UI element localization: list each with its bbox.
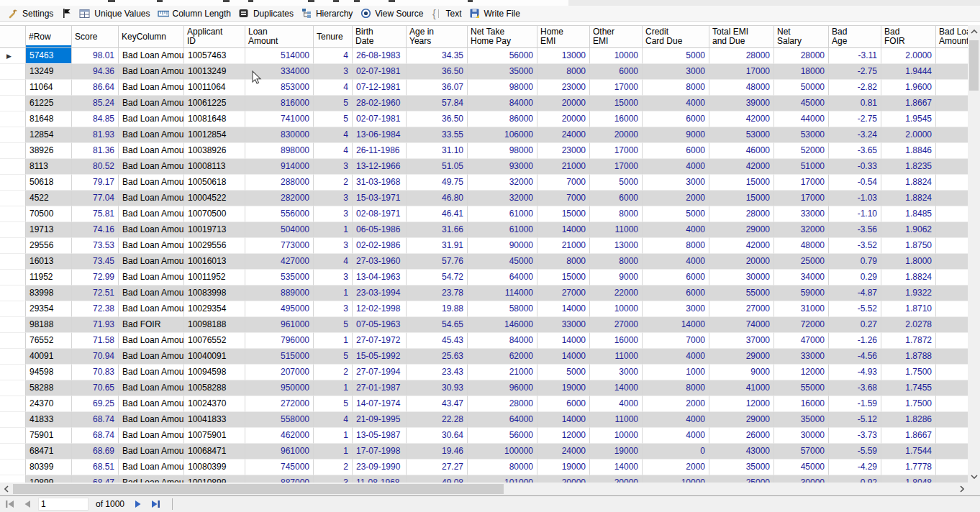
table-cell[interactable]: 745000	[245, 460, 314, 475]
table-cell[interactable]: 1.8824	[881, 270, 936, 285]
table-cell[interactable]	[936, 238, 968, 254]
table-cell[interactable]: 23-03-1994	[353, 285, 407, 301]
table-cell[interactable]: 11952	[26, 270, 72, 285]
table-cell[interactable]: 12000	[709, 396, 774, 412]
table-cell[interactable]: 86000	[468, 111, 537, 127]
table-cell[interactable]: 6000	[643, 285, 709, 301]
table-cell[interactable]	[936, 285, 968, 301]
table-cell[interactable]: 20000	[537, 111, 590, 127]
table-cell[interactable]: 61225	[26, 96, 72, 111]
table-cell[interactable]	[936, 396, 968, 412]
table-cell[interactable]	[936, 349, 968, 365]
table-cell[interactable]: 13000	[590, 238, 643, 254]
table-cell[interactable]: 43000	[709, 444, 774, 460]
table-cell[interactable]: 98000	[468, 143, 537, 159]
table-cell[interactable]: 41833	[26, 412, 72, 428]
table-cell[interactable]: 45.43	[407, 333, 468, 349]
table-cell[interactable]: 79.17	[72, 175, 119, 191]
scroll-down-icon[interactable]	[968, 470, 980, 483]
table-cell[interactable]: 19000	[537, 460, 590, 475]
table-cell[interactable]: 33000	[537, 317, 590, 333]
table-cell[interactable]: 1.9322	[881, 285, 936, 301]
table-cell[interactable]: 15000	[537, 270, 590, 285]
page-number-input[interactable]	[38, 498, 89, 511]
table-cell[interactable]: -0.92	[829, 475, 881, 483]
table-cell[interactable]	[936, 444, 968, 460]
table-cell[interactable]: 27-07-1972	[353, 333, 407, 349]
table-cell[interactable]: 29354	[26, 301, 72, 317]
table-cell[interactable]: 64000	[468, 270, 537, 285]
table-cell[interactable]: 11000	[590, 412, 643, 428]
table-cell[interactable]: 5	[314, 96, 353, 111]
table-cell[interactable]	[936, 301, 968, 317]
row-selector[interactable]	[0, 396, 26, 412]
table-cell[interactable]: 29000	[709, 222, 774, 238]
table-cell[interactable]: 27000	[590, 317, 643, 333]
row-selector[interactable]	[0, 143, 26, 159]
table-cell[interactable]: 10011064	[184, 80, 245, 96]
table-cell[interactable]: 28000	[468, 396, 537, 412]
table-cell[interactable]: 06-05-1986	[353, 222, 407, 238]
table-cell[interactable]: 2.0000	[881, 127, 936, 143]
table-cell[interactable]	[936, 80, 968, 96]
table-cell[interactable]: 56000	[468, 428, 537, 444]
table-cell[interactable]: 84000	[468, 333, 537, 349]
table-cell[interactable]	[936, 143, 968, 159]
row-selector[interactable]	[0, 175, 26, 191]
table-cell[interactable]: 1.9600	[881, 80, 936, 96]
table-cell[interactable]: 10057463	[184, 48, 245, 64]
table-cell[interactable]: 24370	[26, 396, 72, 412]
column-header-bad-age[interactable]: Bad Age	[829, 26, 881, 48]
row-selector[interactable]	[0, 238, 26, 254]
table-cell[interactable]: 20000	[537, 96, 590, 111]
table-cell[interactable]: 14000	[537, 222, 590, 238]
table-cell[interactable]: 47000	[774, 333, 829, 349]
table-cell[interactable]: 1.7778	[881, 460, 936, 475]
table-cell[interactable]: 38926	[26, 143, 72, 159]
table-cell[interactable]: 70.65	[72, 380, 119, 396]
table-cell[interactable]: 81.36	[72, 143, 119, 159]
table-cell[interactable]: 5000	[643, 48, 709, 64]
table-cell[interactable]: 19713	[26, 222, 72, 238]
table-cell[interactable]: 26-11-1986	[353, 143, 407, 159]
table-cell[interactable]: 27.27	[407, 460, 468, 475]
table-cell[interactable]: 29000	[709, 349, 774, 365]
table-cell[interactable]: 30.64	[407, 428, 468, 444]
horizontal-scrollbar[interactable]	[0, 483, 968, 495]
table-cell[interactable]: 83998	[26, 285, 72, 301]
table-cell[interactable]: 23.78	[407, 285, 468, 301]
table-cell[interactable]: 1.8824	[881, 191, 936, 206]
table-cell[interactable]: 3000	[643, 301, 709, 317]
table-cell[interactable]: 14-07-1974	[353, 396, 407, 412]
row-selector[interactable]	[0, 254, 26, 270]
table-cell[interactable]: Bad Loan Amount	[119, 349, 184, 365]
table-cell[interactable]: 02-02-1986	[353, 238, 407, 254]
table-cell[interactable]: 10000	[643, 475, 709, 483]
table-cell[interactable]: 49.08	[407, 475, 468, 483]
table-cell[interactable]: 5	[314, 111, 353, 127]
table-cell[interactable]: 773000	[245, 238, 314, 254]
table-cell[interactable]: 887000	[245, 475, 314, 483]
table-cell[interactable]: 4000	[643, 222, 709, 238]
table-cell[interactable]: 19.46	[407, 444, 468, 460]
table-cell[interactable]: 8113	[26, 159, 72, 175]
row-selector-header[interactable]	[0, 26, 26, 48]
table-cell[interactable]: 27000	[709, 301, 774, 317]
table-cell[interactable]: 17000	[774, 191, 829, 206]
table-cell[interactable]: 3	[314, 64, 353, 80]
table-cell[interactable]: 53000	[774, 127, 829, 143]
table-cell[interactable]: 10075901	[184, 428, 245, 444]
table-cell[interactable]: 10038926	[184, 143, 245, 159]
table-cell[interactable]: 26-08-1983	[353, 48, 407, 64]
table-cell[interactable]: -5.12	[829, 412, 881, 428]
table-cell[interactable]: 21000	[468, 365, 537, 380]
table-cell[interactable]: 28000	[774, 48, 829, 64]
toolbar-button-settings[interactable]: Settings	[4, 7, 58, 20]
table-cell[interactable]: 4522	[26, 191, 72, 206]
row-selector[interactable]	[0, 365, 26, 380]
table-cell[interactable]: 84000	[468, 96, 537, 111]
table-cell[interactable]: 17000	[590, 159, 643, 175]
table-cell[interactable]: 31.66	[407, 222, 468, 238]
table-cell[interactable]: 14000	[537, 301, 590, 317]
table-cell[interactable]: 21000	[537, 238, 590, 254]
